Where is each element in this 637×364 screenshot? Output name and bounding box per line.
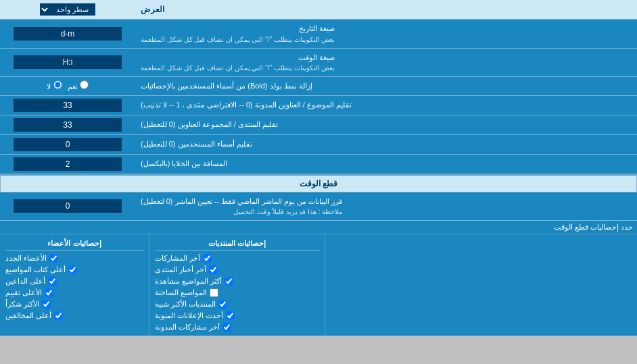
stat-checkbox-members-2[interactable]	[68, 265, 77, 274]
members-stats-header: إحصائيات الأعضاء	[5, 237, 143, 251]
stat-checkbox-posts-3[interactable]	[225, 277, 233, 286]
posts-stats-header: إحصائيات المنتديات	[155, 237, 319, 251]
stat-item-posts-6: أحدث الإعلانات المبوبة	[155, 310, 319, 321]
stat-item-posts-3: أكثر المواضيع مشاهدة	[155, 276, 319, 287]
cell-spacing-input[interactable]: 2	[14, 157, 122, 171]
time-cut-sublabel: ملاحظة : هذا قد يزيد قليلاً وقت التحميل	[141, 207, 342, 217]
stat-item-members-4: الأعلى تقييم	[5, 287, 143, 298]
bold-no-radio[interactable]	[53, 80, 62, 89]
page-title: العرض	[141, 3, 164, 16]
stat-checkbox-posts-4[interactable]	[210, 288, 218, 297]
stat-checkbox-posts-2[interactable]	[209, 265, 218, 274]
time-cut-input[interactable]: 0	[14, 199, 122, 213]
stat-item-members-1: الأعضاء الجدد	[5, 253, 143, 264]
forum-limit-input[interactable]: 33	[14, 118, 122, 132]
forum-limit-label: تقليم المنتدى / المجموعة العناوين (0 للت…	[141, 119, 278, 130]
topic-limit-label: تقليم الموضوع / العناوين المدونة (0 -- ا…	[141, 99, 352, 111]
stat-checkbox-posts-6[interactable]	[226, 311, 235, 320]
stat-item-members-3: أعلى الداعين	[5, 276, 143, 287]
stat-item-posts-2: آخر أخبار المنتدى	[155, 264, 319, 276]
stat-item-posts-4: المواضيع الساخنة	[155, 287, 319, 298]
user-limit-input[interactable]: 0	[14, 138, 122, 151]
stat-item-members-2: أعلى كتاب المواضيع	[5, 264, 143, 276]
topic-limit-input[interactable]: 33	[14, 99, 122, 112]
stat-checkbox-members-3[interactable]	[48, 277, 57, 286]
stats-title: حدد إحصاليات قطع الوقت	[4, 223, 633, 232]
stat-item-posts-7: آخر مشاركات المدونة	[155, 321, 319, 333]
user-limit-label: تقليم أسماء المستخدمين (0 للتعطيل)	[141, 138, 252, 150]
date-format-input[interactable]: d-m	[14, 27, 122, 41]
stat-checkbox-members-5[interactable]	[42, 300, 51, 309]
stat-checkbox-members-4[interactable]	[45, 288, 53, 297]
display-select[interactable]: سطر واحد سطرين ثلاثة أسطر	[40, 3, 95, 16]
bold-remove-label: إزالة نمط بولد (Bold) من أسماء المستخدمي…	[141, 80, 312, 92]
stat-item-members-6: أعلى المخالفين	[5, 310, 143, 321]
bold-yes-label: نعم	[68, 80, 89, 91]
bold-yes-radio[interactable]	[80, 80, 89, 89]
time-format-sublabel: بعض التكوينات يتطلب "/" التي يمكن ان تضا…	[141, 63, 335, 73]
stat-checkbox-members-6[interactable]	[54, 311, 63, 320]
stat-checkbox-members-1[interactable]	[49, 254, 58, 263]
date-format-label: صيغة التاريخ	[141, 23, 335, 34]
stat-checkbox-posts-5[interactable]	[218, 300, 227, 309]
time-format-input[interactable]: H:i	[14, 55, 122, 69]
stat-checkbox-posts-1[interactable]	[203, 254, 212, 263]
cell-spacing-label: المسافة بين الخلايا (بالبكسل)	[141, 158, 228, 170]
stat-item-posts-1: آخر المشاركات	[155, 253, 319, 264]
time-cut-header: قطع الوقت	[0, 174, 637, 192]
time-cut-label: فرز البيانات من يوم الماشر الماضي فقط --…	[141, 196, 342, 207]
stat-checkbox-posts-7[interactable]	[222, 323, 231, 332]
time-format-label: صيغة الوقت	[141, 52, 335, 63]
stat-item-members-5: الأكثر شكراً	[5, 298, 143, 310]
bold-no-label: لا	[47, 80, 62, 91]
date-format-sublabel: بعض التكوينات يتطلب "/" التي يمكن ان تضا…	[141, 34, 335, 45]
stat-item-posts-5: المنتديات الأكثر شبية	[155, 298, 319, 310]
